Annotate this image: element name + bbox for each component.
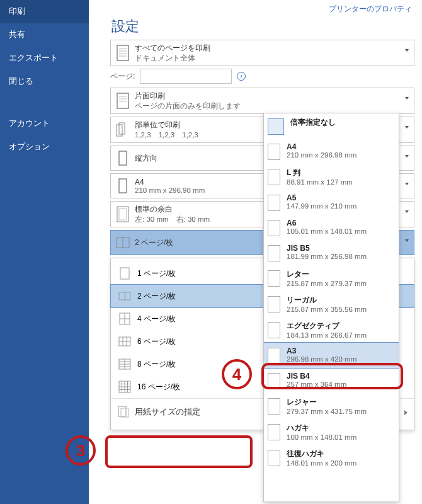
chevron-down-icon	[405, 126, 409, 129]
paper-option-name: JIS B5	[287, 244, 367, 253]
paper-thumb-icon	[268, 450, 280, 466]
svg-rect-39	[118, 406, 126, 416]
margin-icon	[115, 205, 131, 224]
paper-option-name: レジャー	[287, 397, 367, 408]
svg-rect-14	[119, 209, 127, 220]
paper-thumb-icon	[268, 118, 284, 135]
paper-option-name: L 判	[287, 168, 353, 178]
paper-option-name: A3	[287, 346, 356, 355]
scale-paper-icon	[117, 405, 130, 420]
one-up-icon	[117, 266, 132, 281]
paper-option-dim: 88.91 mm x 127 mm	[287, 178, 353, 186]
paper-option-3[interactable]: A5147.99 mm x 210 mm	[264, 190, 399, 215]
paper-option-name: 倍率指定なし	[290, 117, 336, 128]
paper-thumb-icon	[268, 169, 280, 185]
paper-option-dim: 147.99 mm x 210 mm	[287, 202, 356, 210]
sixteen-up-icon	[117, 379, 132, 394]
printer-properties-link[interactable]: プリンターのプロパティ	[89, 0, 418, 16]
six-up-icon	[117, 334, 132, 349]
paper-option-6[interactable]: レター215.87 mm x 279.37 mm	[264, 265, 399, 291]
paper-option-dim: 210 mm x 296.98 mm	[287, 151, 356, 159]
paper-size-popup: 倍率指定なしA4210 mm x 296.98 mmL 判88.91 mm x …	[263, 113, 399, 502]
paper-option-5[interactable]: JIS B5181.99 mm x 256.98 mm	[264, 240, 399, 265]
paper-option-dim: 296.98 mm x 420 mm	[287, 355, 356, 363]
chevron-down-icon	[405, 155, 409, 158]
page-icon	[115, 43, 131, 62]
paper-option-10[interactable]: JIS B4257 mm x 364 mm	[264, 368, 399, 393]
paper-option-name: リーガル	[287, 295, 367, 306]
paper-thumb-icon	[268, 144, 280, 160]
paper-thumb-icon	[268, 195, 280, 211]
two-up-icon	[115, 233, 131, 252]
svg-rect-5	[117, 93, 128, 108]
sidebar-item-share[interactable]: 共有	[0, 23, 89, 47]
settings-title: 設定	[89, 16, 418, 40]
chevron-down-icon	[405, 97, 409, 100]
paper-option-13[interactable]: 往復ハガキ148.01 mm x 200 mm	[264, 445, 399, 471]
four-up-icon	[117, 311, 132, 326]
paper-icon	[115, 176, 131, 195]
chevron-down-icon	[405, 239, 409, 242]
svg-rect-11	[119, 151, 127, 165]
side-print-dropdown[interactable]: 片面印刷 ページの片面のみを印刷します	[110, 88, 414, 114]
pages-input[interactable]	[140, 69, 232, 84]
two-up-icon	[117, 289, 132, 304]
paper-option-12[interactable]: ハガキ100 mm x 148.01 mm	[264, 419, 399, 445]
svg-rect-0	[117, 45, 128, 60]
paper-option-dim: 215.87 mm x 355.56 mm	[287, 306, 367, 313]
paper-option-name: A5	[287, 193, 356, 202]
paper-thumb-icon	[268, 270, 280, 287]
paper-option-dim: 279.37 mm x 431.75 mm	[287, 408, 367, 415]
paper-option-name: ハガキ	[287, 423, 356, 433]
paper-option-name: レター	[287, 269, 367, 280]
paper-option-dim: 181.99 mm x 256.98 mm	[287, 253, 367, 260]
paper-option-dim: 184.13 mm x 266.67 mm	[287, 331, 367, 339]
paper-option-4[interactable]: A6105.01 mm x 148.01 mm	[264, 215, 399, 240]
paper-thumb-icon	[268, 220, 280, 236]
paper-thumb-icon	[268, 296, 280, 312]
eight-up-icon	[117, 357, 132, 372]
chevron-down-icon	[405, 210, 409, 213]
svg-rect-12	[119, 179, 127, 193]
paper-option-name: エグゼクティブ	[287, 321, 367, 331]
paper-thumb-icon	[268, 373, 280, 389]
paper-thumb-icon	[268, 245, 280, 261]
callout-3-circle: 3	[66, 435, 96, 466]
sidebar-item-close[interactable]: 閉じる	[0, 70, 89, 93]
paper-thumb-icon	[268, 398, 280, 415]
paper-option-dim: 257 mm x 364 mm	[287, 381, 346, 388]
paper-option-2[interactable]: L 判88.91 mm x 127 mm	[264, 164, 399, 190]
single-side-icon	[115, 91, 131, 110]
paper-option-name: A6	[287, 219, 367, 227]
svg-rect-40	[121, 408, 128, 417]
sidebar-item-options[interactable]: オプション	[0, 135, 89, 159]
chevron-down-icon	[405, 49, 409, 52]
paper-option-name: A4	[287, 142, 356, 151]
paper-option-9[interactable]: A3296.98 mm x 420 mm	[263, 342, 399, 369]
paper-option-11[interactable]: レジャー279.37 mm x 431.75 mm	[264, 393, 399, 419]
backstage-sidebar: 印刷 共有 エクスポート 閉じる アカウント オプション	[0, 0, 89, 504]
chevron-down-icon	[405, 183, 409, 185]
sidebar-item-export[interactable]: エクスポート	[0, 47, 89, 70]
info-icon[interactable]: i	[237, 72, 246, 81]
callout-4-circle: 4	[222, 359, 252, 389]
print-range-dropdown[interactable]: すべてのページを印刷 ドキュメント全体	[110, 40, 414, 66]
paper-option-dim: 148.01 mm x 200 mm	[287, 459, 356, 467]
collate-icon	[115, 120, 131, 139]
paper-option-dim: 105.01 mm x 148.01 mm	[287, 227, 367, 235]
portrait-icon	[115, 149, 131, 168]
sidebar-item-print[interactable]: 印刷	[0, 0, 89, 23]
paper-option-0[interactable]: 倍率指定なし	[264, 113, 399, 139]
paper-thumb-icon	[268, 348, 280, 364]
paper-thumb-icon	[268, 322, 280, 338]
sidebar-item-account[interactable]: アカウント	[0, 112, 89, 135]
paper-thumb-icon	[268, 424, 280, 440]
paper-option-8[interactable]: エグゼクティブ184.13 mm x 266.67 mm	[264, 317, 399, 343]
paper-option-1[interactable]: A4210 mm x 296.98 mm	[264, 139, 399, 164]
print-range-value: すべてのページを印刷	[135, 43, 410, 54]
paper-option-dim: 215.87 mm x 279.37 mm	[287, 280, 367, 287]
pages-label: ページ:	[110, 71, 135, 82]
paper-option-7[interactable]: リーガル215.87 mm x 355.56 mm	[264, 291, 399, 317]
svg-rect-17	[120, 268, 129, 279]
paper-option-dim: 100 mm x 148.01 mm	[287, 433, 356, 441]
